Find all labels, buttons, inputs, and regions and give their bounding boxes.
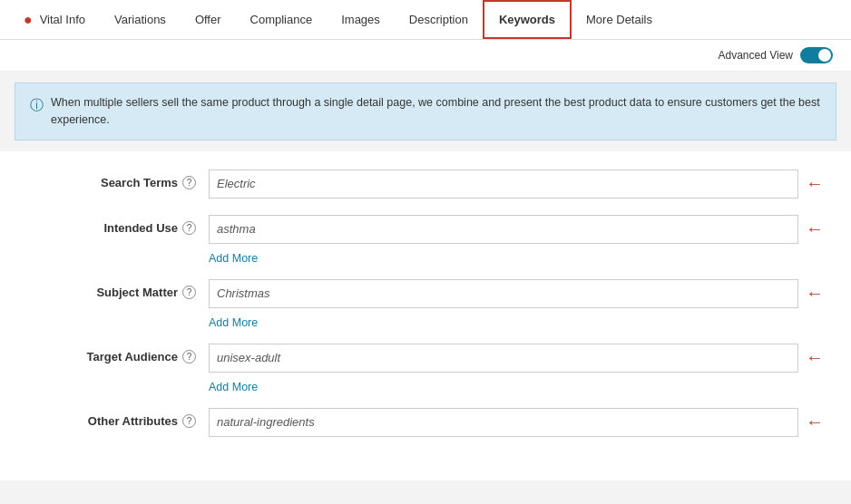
target-audience-input-col: ←	[209, 344, 824, 373]
intended-use-input-wrapper	[209, 215, 798, 244]
subject-matter-label-col: Subject Matter ?	[27, 279, 209, 299]
top-nav: ● Vital Info Variations Offer Compliance…	[0, 0, 851, 40]
info-banner-text: When multiple sellers sell the same prod…	[51, 94, 821, 129]
target-audience-arrow: ←	[806, 347, 824, 368]
target-audience-input-wrapper	[209, 344, 798, 373]
nav-offer-label: Offer	[195, 13, 221, 26]
nav-images[interactable]: Images	[327, 2, 395, 37]
target-audience-row: Target Audience ? ←	[27, 344, 824, 373]
intended-use-input[interactable]	[209, 215, 798, 244]
intended-use-input-col: ←	[209, 215, 824, 244]
other-attributes-help-icon[interactable]: ?	[182, 414, 196, 428]
nav-variations[interactable]: Variations	[100, 2, 181, 37]
other-attributes-arrow: ←	[806, 412, 824, 432]
search-terms-help-icon[interactable]: ?	[182, 176, 196, 189]
intended-use-label-col: Intended Use ?	[27, 215, 209, 235]
advanced-view-label: Advanced View	[719, 49, 794, 62]
target-audience-add-more-row: Add More	[209, 380, 824, 393]
nav-keywords-label: Keywords	[499, 13, 555, 26]
search-terms-arrow: ←	[806, 173, 824, 194]
search-terms-label-col: Search Terms ?	[27, 170, 209, 189]
search-terms-input-col: ←	[209, 170, 824, 199]
subject-matter-input-wrapper	[209, 279, 798, 308]
intended-use-add-more-row: Add More	[209, 251, 824, 265]
info-icon: ⓘ	[30, 95, 44, 116]
intended-use-arrow: ←	[806, 218, 824, 239]
subject-matter-row: Subject Matter ? ←	[27, 279, 824, 308]
subject-matter-input[interactable]	[209, 279, 798, 308]
subject-matter-label: Subject Matter	[96, 286, 178, 299]
main-content: ⓘ When multiple sellers sell the same pr…	[0, 82, 851, 480]
target-audience-input[interactable]	[209, 344, 798, 373]
nav-images-label: Images	[341, 13, 380, 26]
search-terms-input-wrapper	[209, 170, 798, 199]
subject-matter-help-icon[interactable]: ?	[182, 286, 196, 299]
search-terms-label: Search Terms	[101, 176, 178, 189]
target-audience-label: Target Audience	[87, 350, 178, 363]
other-attributes-row: Other Attributes ? ←	[27, 408, 824, 437]
info-banner: ⓘ When multiple sellers sell the same pr…	[15, 82, 836, 141]
target-audience-add-more-link[interactable]: Add More	[209, 381, 258, 393]
other-attributes-input-wrapper	[209, 408, 798, 437]
search-terms-row: Search Terms ? ←	[27, 170, 824, 199]
other-attributes-input[interactable]	[209, 408, 798, 437]
nav-offer[interactable]: Offer	[181, 2, 236, 37]
advanced-view-toggle[interactable]	[800, 47, 833, 63]
target-audience-help-icon[interactable]: ?	[182, 350, 196, 363]
form-area: Search Terms ? ← Intended Use ? ←	[0, 151, 851, 480]
nav-vital-info[interactable]: ● Vital Info	[9, 1, 100, 39]
nav-compliance[interactable]: Compliance	[236, 2, 328, 37]
nav-more-details-label: More Details	[586, 13, 652, 26]
subject-matter-arrow: ←	[806, 283, 824, 304]
intended-use-help-icon[interactable]: ?	[182, 221, 196, 235]
intended-use-label: Intended Use	[103, 221, 178, 235]
nav-vital-info-label: Vital Info	[40, 13, 85, 26]
other-attributes-input-col: ←	[209, 408, 824, 437]
other-attributes-label: Other Attributes	[88, 414, 178, 428]
intended-use-add-more-link[interactable]: Add More	[209, 252, 258, 265]
nav-compliance-label: Compliance	[250, 13, 313, 26]
advanced-view-bar: Advanced View	[0, 40, 851, 72]
nav-variations-label: Variations	[114, 13, 166, 26]
vital-info-error-icon: ●	[24, 12, 33, 28]
nav-more-details[interactable]: More Details	[572, 2, 667, 37]
subject-matter-add-more-row: Add More	[209, 315, 824, 329]
other-attributes-label-col: Other Attributes ?	[27, 408, 209, 428]
nav-keywords[interactable]: Keywords	[483, 0, 572, 39]
subject-matter-add-more-link[interactable]: Add More	[209, 316, 258, 329]
nav-description-label: Description	[409, 13, 468, 26]
intended-use-row: Intended Use ? ←	[27, 215, 824, 244]
search-terms-input[interactable]	[209, 170, 798, 199]
target-audience-label-col: Target Audience ?	[27, 344, 209, 363]
nav-description[interactable]: Description	[395, 2, 483, 37]
subject-matter-input-col: ←	[209, 279, 824, 308]
